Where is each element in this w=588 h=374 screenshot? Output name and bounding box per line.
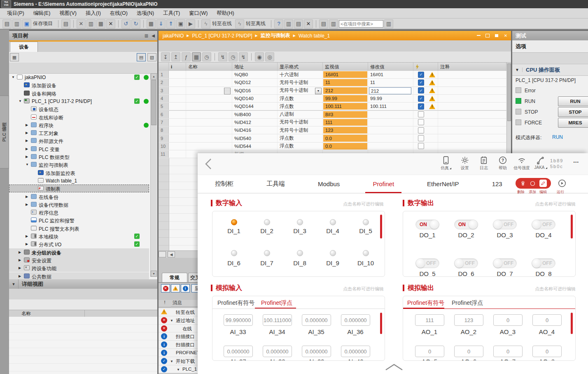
di-label[interactable]: DI_1 [217,227,250,234]
breadcrumb-project[interactable]: jakaPNIO [163,33,184,39]
analog-input-label[interactable]: AI_38 [261,358,294,361]
chevron-collapsed-icon[interactable]: ▶ [26,139,28,143]
tab-profinet-float[interactable]: Profinet浮点 [452,299,483,307]
modify-once-icon[interactable]: ↯ [218,52,227,61]
watch-table-row[interactable]: 7%ID412无符号十进制111✓ [159,119,506,126]
analog-input-value-AI_35[interactable]: 0.000000 [302,314,331,326]
toggle-knob[interactable] [532,220,541,229]
cell-cd[interactable]: 212 [368,87,413,94]
tab-profinet-signed[interactable]: Profinet有符号 [217,299,254,307]
do-toggle-DO_3[interactable]: OFF [493,220,517,229]
restore-icon[interactable] [485,33,490,38]
search-input[interactable] [339,20,383,28]
tab-工具端[interactable]: 工具端 [266,175,286,193]
start-rt-icon[interactable]: ▶ [186,19,195,28]
toolbar-label-save_label[interactable]: 保存项目 [33,20,53,27]
tree-item-11[interactable]: ▼监控与强制表 [9,161,149,168]
do-label[interactable]: DO_8 [527,270,560,277]
analog-output-value-AO_8[interactable]: 0 [532,346,562,357]
tab-控制柜[interactable]: 控制柜 [214,175,234,193]
analog-output-label[interactable]: AO_2 [452,328,485,335]
menu-窗口(W)[interactable]: 窗口(W) [184,10,212,17]
menu-视图(V)[interactable]: 视图(V) [55,10,81,17]
chevron-collapsed-icon[interactable]: ▶ [26,203,28,206]
device-info-icon[interactable]: ▤ [294,19,303,28]
tab-123[interactable]: 123 [491,175,503,192]
cut-icon[interactable]: ✕ [77,19,86,28]
watch-table-row[interactable]: 6%IB400八进制8#3✓ [159,111,506,119]
chevron-expanded-icon[interactable]: ▼ [177,368,180,372]
chevron-expanded-icon[interactable]: ▼ [19,99,22,103]
modify-enable-checkbox[interactable]: ✓ [418,96,424,102]
chevron-collapsed-icon[interactable]: ▶ [26,123,28,127]
toggle-knob[interactable] [469,220,478,229]
action-label-add[interactable]: 添加 [529,189,536,195]
chevron-collapsed-icon[interactable]: ▶ [19,250,21,254]
menu-选项(N)[interactable]: 选项(N) [132,10,159,17]
analog-output-scrollbar[interactable] [571,313,573,334]
modify-enable-checkbox[interactable]: ✓ [418,72,424,78]
toggle-knob[interactable] [532,259,541,268]
analog-input-value-AI_39[interactable]: 0.000000 [302,346,331,357]
back-chevron-icon[interactable] [203,157,213,171]
analog-input-label[interactable]: AI_40 [339,358,372,361]
upload-icon[interactable]: ⇑ [166,19,175,28]
tree-item-5[interactable]: 在线和诊断 [9,113,149,121]
paste-icon[interactable]: ▦ [96,19,105,28]
action-label-delete[interactable]: 删除 [517,189,525,195]
chevron-collapsed-icon[interactable]: ▶ [26,155,28,159]
modify-enable-checkbox[interactable]: ✓ [418,135,424,141]
do-toggle-DO_1[interactable]: ON [415,220,439,229]
menu-工具(T)[interactable]: 工具(T) [159,10,184,17]
simulate-button[interactable]: 仿真 [436,154,455,171]
tab-profinet[interactable]: Profinet [372,175,395,192]
do-label[interactable]: DO_1 [411,231,444,238]
remove-icon[interactable]: ✕ [304,19,313,28]
quick-pattern-icon[interactable]: ƒ [182,52,191,61]
device-view-icon[interactable]: ▦ [10,53,19,61]
menu-插入(I)[interactable]: 插入(I) [81,10,105,17]
analog-input-value-AI_37[interactable]: 0.000000 [224,346,253,357]
editor-scrollbar-thumb[interactable] [507,63,511,121]
analog-output-value-AO_4[interactable]: 0 [532,314,562,326]
monitor-all-icon[interactable]: ◉ [255,52,264,61]
di-label[interactable]: DI_7 [250,259,283,266]
breadcrumb-watch-folder[interactable]: 监控与强制表 [261,32,290,39]
close-icon[interactable]: ✕ [503,33,509,38]
tree-item-0[interactable]: ▼jakaPNIO✓ [9,73,149,81]
cell-cf[interactable]: 无符号十进制 [278,79,323,86]
analog-input-scrollbar[interactable] [380,313,382,334]
cell-cb[interactable]: ✓ [413,134,438,142]
tree-item-23[interactable]: ▶安全设置 [9,256,149,264]
minimize-icon[interactable] [476,33,481,38]
analog-output-value-AO_6[interactable]: 0 [454,346,483,357]
cell-cf[interactable]: 十六进制 [278,71,323,78]
diagram-view-icon[interactable]: ▧ [147,53,156,61]
digital-input-scrollbar[interactable] [380,215,382,238]
cell-cf[interactable]: 浮点数 [278,143,323,150]
tree-item-4[interactable]: 设备组态 [9,105,149,113]
analog-input-value-AI_36[interactable]: 0.000000 [341,314,370,326]
watch-table-row[interactable]: 9%ID540浮点数0.0✓ [159,134,506,142]
analog-output-value-AO_3[interactable]: 0 [493,314,523,326]
modify-all-icon[interactable]: ↯ [239,52,248,61]
chevron-collapsed-icon[interactable]: ▶ [26,195,28,199]
modify-enable-checkbox[interactable]: ✓ [418,79,424,86]
new-project-icon[interactable]: ▤ [2,19,12,28]
toggle-knob[interactable] [455,259,464,268]
receive-icon[interactable]: ▥ [284,19,293,28]
tree-scrollbar-thumb[interactable] [151,80,156,125]
chevron-collapsed-icon[interactable]: ▶ [19,274,21,278]
cell-cd[interactable] [368,126,413,134]
stop-button[interactable]: STOP [558,107,588,117]
cell-cd[interactable] [368,134,413,142]
collapse-panel-chevron-icon[interactable] [385,363,403,371]
tree-scrollbar[interactable]: ▲ ▼ [150,73,157,277]
digital-output-scrollbar[interactable] [571,215,573,238]
diagnostics-icon[interactable]: ? [274,19,283,28]
cell-cf[interactable]: 浮点数 [278,134,323,142]
analog-input-label[interactable]: AI_33 [222,328,254,335]
cell-cd[interactable] [368,111,413,118]
dropdown-icon[interactable]: ▼ [315,88,322,94]
tree-item-1[interactable]: 添加新设备 [9,81,149,89]
